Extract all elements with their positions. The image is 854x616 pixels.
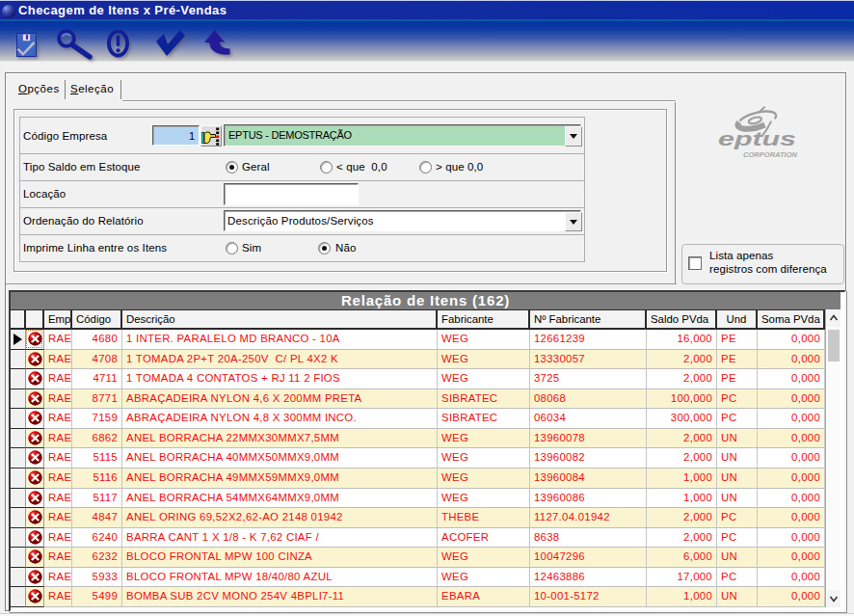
svg-text:CORPORATION: CORPORATION xyxy=(743,151,798,158)
svg-text:eptus: eptus xyxy=(718,127,796,149)
